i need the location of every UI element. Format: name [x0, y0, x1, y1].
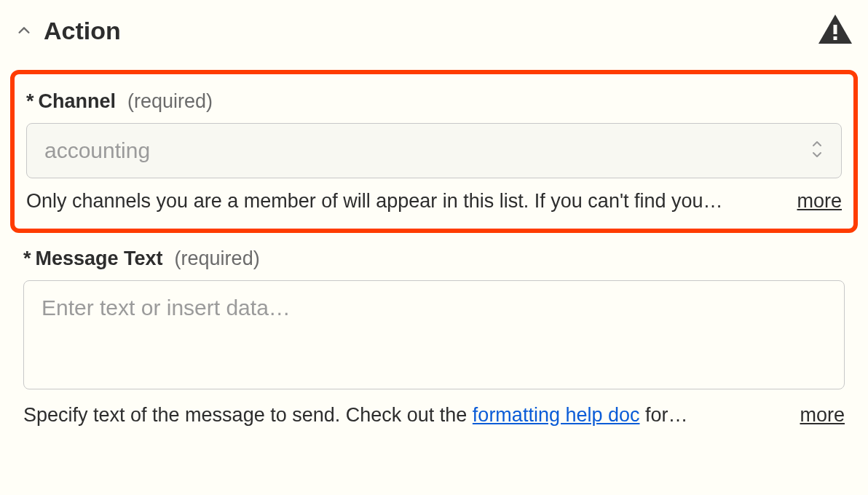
channel-help-text: Only channels you are a member of will a…	[26, 190, 782, 213]
required-asterisk: *	[26, 90, 34, 113]
chevron-up-icon[interactable]	[16, 23, 32, 39]
channel-required-text: (required)	[127, 90, 213, 113]
channel-help-row: Only channels you are a member of will a…	[26, 190, 842, 213]
svg-rect-1	[834, 25, 837, 34]
channel-field-label: Channel	[39, 90, 117, 113]
message-help-row: Specify text of the message to send. Che…	[23, 404, 845, 427]
section-header-left: Action	[16, 17, 121, 45]
message-required-text: (required)	[175, 248, 260, 270]
message-help-prefix: Specify text of the message to send. Che…	[23, 404, 473, 426]
channel-label-row: * Channel (required)	[26, 90, 842, 113]
section-header: Action	[0, 0, 868, 54]
channel-select[interactable]: accounting	[26, 123, 842, 178]
warning-icon	[818, 15, 852, 47]
message-textarea[interactable]	[23, 280, 845, 389]
message-label-row: * Message Text (required)	[23, 248, 845, 270]
section-title: Action	[44, 17, 121, 45]
message-field-block: * Message Text (required) Specify text o…	[0, 242, 868, 434]
channel-select-value: accounting	[44, 138, 150, 163]
message-help-suffix: for…	[640, 404, 688, 426]
formatting-help-link[interactable]: formatting help doc	[473, 404, 640, 426]
channel-more-link[interactable]: more	[797, 190, 842, 213]
svg-rect-2	[834, 36, 837, 40]
required-asterisk: *	[23, 248, 31, 270]
channel-field-highlight: * Channel (required) accounting Only cha…	[10, 70, 858, 233]
message-more-link[interactable]: more	[800, 404, 845, 427]
message-help-text: Specify text of the message to send. Che…	[23, 404, 785, 427]
message-field-label: Message Text	[36, 248, 163, 270]
select-updown-icon	[810, 139, 824, 162]
